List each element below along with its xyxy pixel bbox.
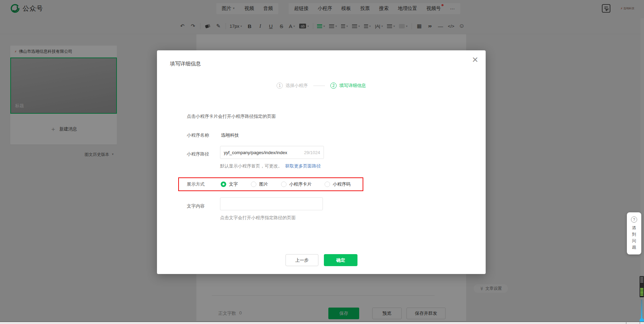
path-input[interactable] [224,150,302,155]
step-1-label: 选择小程序 [285,83,308,89]
miniprogram-detail-dialog: 填写详细信息 × 1 选择小程序 2 填写详细信息 点击小程序卡片会打开小程序路… [157,50,486,274]
scrollbar-tick [626,322,627,324]
radio-icon [281,182,287,187]
path-help-text: 默认显示小程序首页，可更改。获取更多页面路径 [220,163,321,169]
dialog-title: 填写详细信息 [170,61,201,67]
text-content-label: 文字内容 [187,203,205,209]
name-value: 迅翊科技 [221,132,239,138]
step-connector [313,86,325,86]
text-help: 点击文字会打开小程序指定路径的页面 [220,215,296,221]
radio-text[interactable]: 文字 [221,181,238,187]
horizontal-scrollbar[interactable] [0,322,644,324]
step-2-label: 填写详细信息 [339,83,366,89]
radio-icon [251,182,256,187]
step-2-circle: 2 [330,83,337,89]
minimap-lines [640,277,643,283]
close-icon[interactable]: × [472,54,478,65]
radio-icon [221,182,226,187]
path-input-wrap: 29/1024 [220,146,324,159]
help-feedback-widget[interactable]: ? 遇 到 问 题 [627,212,641,254]
text-content-input[interactable] [220,197,323,210]
step-2: 2 填写详细信息 [330,83,366,89]
indicator-stem [641,299,642,319]
scroll-indicator-widget[interactable] [640,299,644,323]
step-1: 1 选择小程序 [277,83,308,89]
step-1-circle: 1 [277,83,283,89]
confirm-button[interactable]: 确定 [324,254,357,266]
minimap-widget[interactable] [640,276,644,297]
previous-step-button[interactable]: 上一步 [285,254,318,266]
scrollbar-tick [640,322,640,324]
display-mode-options: 文字 图片 小程序卡片 小程序码 [221,181,351,187]
more-paths-link[interactable]: 获取更多页面路径 [285,163,321,169]
question-mark-icon: ? [631,216,637,223]
minimap-highlight-lines [640,288,643,296]
radio-card[interactable]: 小程序卡片 [281,181,312,187]
radio-image[interactable]: 图片 [251,181,268,187]
path-label: 小程序路径 [187,151,209,157]
radio-icon [325,182,330,187]
display-mode-annotation-box: 展示方式 文字 图片 小程序卡片 小程序码 [178,177,363,191]
char-counter: 29/1024 [304,150,320,155]
name-label: 小程序名称 [187,132,209,138]
radio-qrcode[interactable]: 小程序码 [325,181,351,187]
display-mode-label: 展示方式 [187,181,205,187]
screen: 公众号 图片▼ 视频 音频 超链接 小程序 模板 投票 搜索 地理位置 视频号 … [0,0,644,324]
card-intro-text: 点击小程序卡片会打开小程序路径指定的页面 [187,113,276,120]
step-indicator: 1 选择小程序 2 填写详细信息 [157,83,486,89]
